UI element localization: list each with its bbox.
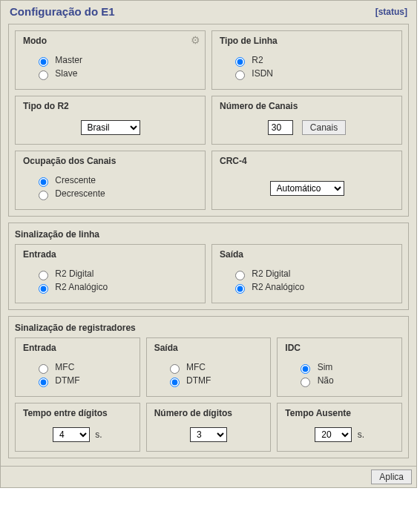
tempo-digitos-suffix: s. bbox=[95, 429, 102, 440]
ocupacao-legend: Ocupação dos Canais bbox=[23, 156, 197, 171]
modo-box: ⚙ Modo Master Slave bbox=[15, 30, 206, 90]
ocupacao-box: Ocupação dos Canais Crescente Decrescent… bbox=[15, 151, 206, 210]
footer-bar: Aplica bbox=[0, 467, 417, 488]
sle-analogico-radio[interactable] bbox=[39, 284, 48, 294]
status-link[interactable]: [status] bbox=[375, 7, 407, 17]
apply-button[interactable]: Aplica bbox=[371, 469, 412, 484]
sls-analogico-label[interactable]: R2 Analógico bbox=[232, 280, 394, 294]
idc-sim-radio[interactable] bbox=[301, 364, 310, 374]
tipo-linha-legend: Tipo de Linha bbox=[220, 36, 394, 50]
sre-mfc-label[interactable]: MFC bbox=[35, 360, 132, 374]
sin-reg-group: Sinalização de registradores Entrada MFC… bbox=[8, 316, 409, 458]
sin-linha-saida-legend: Saída bbox=[220, 249, 394, 264]
ocupacao-decrescente-label[interactable]: Decrescente bbox=[35, 187, 197, 200]
sle-digital-label[interactable]: R2 Digital bbox=[35, 267, 197, 280]
canais-button[interactable]: Canais bbox=[302, 120, 346, 135]
crc4-box: CRC-4 Automático bbox=[211, 151, 402, 210]
sin-linha-title: Sinalização de linha bbox=[15, 229, 402, 244]
srs-box: Saída MFC DTMF bbox=[146, 337, 272, 397]
sle-digital-radio[interactable] bbox=[39, 271, 48, 280]
sre-dtmf-radio[interactable] bbox=[39, 378, 48, 387]
tipo-linha-r2-radio[interactable] bbox=[235, 57, 245, 67]
ocupacao-crescente-label[interactable]: Crescente bbox=[35, 174, 197, 187]
idc-sim-label[interactable]: Sim bbox=[297, 360, 394, 374]
sle-analogico-label[interactable]: R2 Analógico bbox=[35, 280, 197, 294]
sre-dtmf-label[interactable]: DTMF bbox=[35, 374, 132, 387]
tipo-r2-select[interactable]: Brasil bbox=[81, 120, 140, 135]
tempo-ausente-box: Tempo Ausente 20 s. bbox=[277, 403, 402, 452]
modo-master-label[interactable]: Master bbox=[35, 53, 197, 67]
sre-box: Entrada MFC DTMF bbox=[15, 337, 140, 397]
tipo-linha-r2-label[interactable]: R2 bbox=[232, 53, 394, 67]
modo-slave-label[interactable]: Slave bbox=[35, 67, 197, 80]
modo-legend: Modo bbox=[23, 36, 197, 50]
tipo-r2-box: Tipo do R2 Brasil bbox=[15, 96, 206, 145]
idc-box: IDC Sim Não bbox=[277, 337, 402, 397]
ocupacao-crescente-radio[interactable] bbox=[39, 177, 48, 187]
num-canais-input[interactable] bbox=[268, 120, 293, 135]
tempo-digitos-select[interactable]: 4 bbox=[53, 427, 90, 442]
sls-analogico-radio[interactable] bbox=[235, 284, 245, 294]
num-digitos-select[interactable]: 3 bbox=[190, 427, 227, 442]
modo-slave-radio[interactable] bbox=[39, 70, 48, 80]
srs-legend: Saída bbox=[154, 343, 263, 358]
num-canais-box: Número de Canais Canais bbox=[211, 96, 402, 145]
tempo-ausente-suffix: s. bbox=[358, 429, 364, 440]
tipo-linha-isdn-label[interactable]: ISDN bbox=[232, 67, 394, 80]
tipo-linha-isdn-radio[interactable] bbox=[235, 70, 245, 80]
srs-mfc-label[interactable]: MFC bbox=[166, 360, 263, 374]
idc-nao-label[interactable]: Não bbox=[297, 374, 394, 387]
ocupacao-decrescente-radio[interactable] bbox=[39, 191, 48, 200]
crc4-select[interactable]: Automático bbox=[270, 181, 344, 196]
sin-linha-entrada-box: Entrada R2 Digital R2 Analógico bbox=[15, 244, 206, 303]
crc4-legend: CRC-4 bbox=[220, 156, 394, 171]
idc-legend: IDC bbox=[285, 343, 394, 358]
sre-legend: Entrada bbox=[23, 343, 132, 358]
num-digitos-box: Número de dígitos 3 bbox=[146, 403, 272, 452]
sin-reg-title: Sinalização de registradores bbox=[15, 323, 402, 337]
gear-icon[interactable]: ⚙ bbox=[191, 34, 200, 46]
config-body: ⚙ Modo Master Slave Tipo de Linha bbox=[8, 24, 409, 217]
srs-dtmf-radio[interactable] bbox=[170, 378, 180, 387]
sin-linha-entrada-legend: Entrada bbox=[23, 249, 197, 264]
tipo-linha-box: Tipo de Linha R2 ISDN bbox=[211, 30, 402, 90]
sin-linha-saida-box: Saída R2 Digital R2 Analógico bbox=[211, 244, 402, 303]
panel-header: Configuração do E1 [status] bbox=[8, 1, 409, 24]
num-digitos-legend: Número de dígitos bbox=[154, 408, 263, 423]
tempo-digitos-box: Tempo entre dígitos 4 s. bbox=[15, 403, 140, 452]
modo-master-radio[interactable] bbox=[39, 57, 48, 67]
srs-dtmf-label[interactable]: DTMF bbox=[166, 374, 263, 387]
sls-digital-label[interactable]: R2 Digital bbox=[232, 267, 394, 280]
tempo-ausente-select[interactable]: 20 bbox=[315, 427, 352, 442]
sin-linha-group: Sinalização de linha Entrada R2 Digital … bbox=[8, 223, 409, 310]
tempo-digitos-legend: Tempo entre dígitos bbox=[23, 408, 132, 423]
idc-nao-radio[interactable] bbox=[301, 378, 310, 387]
config-panel: Configuração do E1 [status] ⚙ Modo Maste… bbox=[0, 0, 417, 467]
srs-mfc-radio[interactable] bbox=[170, 364, 180, 374]
tipo-r2-legend: Tipo do R2 bbox=[23, 101, 197, 116]
num-canais-legend: Número de Canais bbox=[220, 101, 394, 116]
panel-title: Configuração do E1 bbox=[10, 5, 115, 18]
tempo-ausente-legend: Tempo Ausente bbox=[285, 408, 394, 423]
sre-mfc-radio[interactable] bbox=[39, 364, 48, 374]
sls-digital-radio[interactable] bbox=[235, 271, 245, 280]
